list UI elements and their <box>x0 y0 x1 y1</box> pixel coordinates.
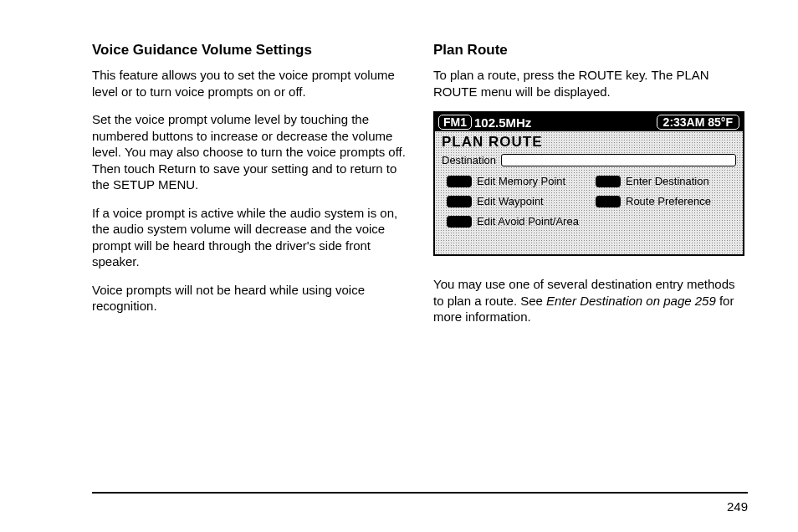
button-icon <box>447 216 472 228</box>
screen-title: PLAN ROUTE <box>435 131 743 152</box>
radio-band-pill: FM1 <box>438 115 472 130</box>
radio-frequency: 102.5MHz <box>474 115 531 130</box>
para2-reference: Enter Destination on page 259 <box>546 294 716 308</box>
button-label: Edit Memory Point <box>477 175 565 187</box>
button-label: Edit Avoid Point/Area <box>477 215 579 228</box>
voice-para-3: If a voice prompt is active while the au… <box>92 205 407 270</box>
button-icon <box>596 176 621 187</box>
button-icon <box>447 196 472 207</box>
voice-para-4: Voice prompts will not be heard while us… <box>92 282 407 315</box>
voice-para-1: This feature allows you to set the voice… <box>92 67 407 100</box>
edit-waypoint-button: Edit Waypoint <box>447 195 587 207</box>
voice-para-2: Set the voice prompt volume level by tou… <box>92 111 407 193</box>
destination-field <box>501 154 736 166</box>
time-temp-pill: 2:33AM 85°F <box>657 115 739 130</box>
edit-memory-point-button: Edit Memory Point <box>447 175 587 187</box>
plan-route-heading: Plan Route <box>433 42 748 59</box>
enter-destination-button: Enter Destination <box>596 175 736 187</box>
nav-screen-figure: FM1 102.5MHz 2:33AM 85°F PLAN ROUTE Dest… <box>433 111 744 256</box>
route-preference-button: Route Preference <box>596 195 736 207</box>
voice-guidance-heading: Voice Guidance Volume Settings <box>92 42 407 59</box>
plan-route-para-2: You may use one of several destination e… <box>433 276 748 325</box>
button-icon <box>447 176 472 187</box>
button-label: Edit Waypoint <box>477 195 544 207</box>
destination-label: Destination <box>442 154 496 166</box>
edit-avoid-point-button: Edit Avoid Point/Area <box>447 215 587 228</box>
button-icon <box>596 196 621 207</box>
page-number: 249 <box>727 499 748 514</box>
button-label: Enter Destination <box>626 175 709 187</box>
screen-status-bar: FM1 102.5MHz 2:33AM 85°F <box>435 113 743 131</box>
footer-rule <box>92 492 748 494</box>
button-label: Route Preference <box>626 195 711 207</box>
plan-route-para-1: To plan a route, press the ROUTE key. Th… <box>433 67 748 100</box>
